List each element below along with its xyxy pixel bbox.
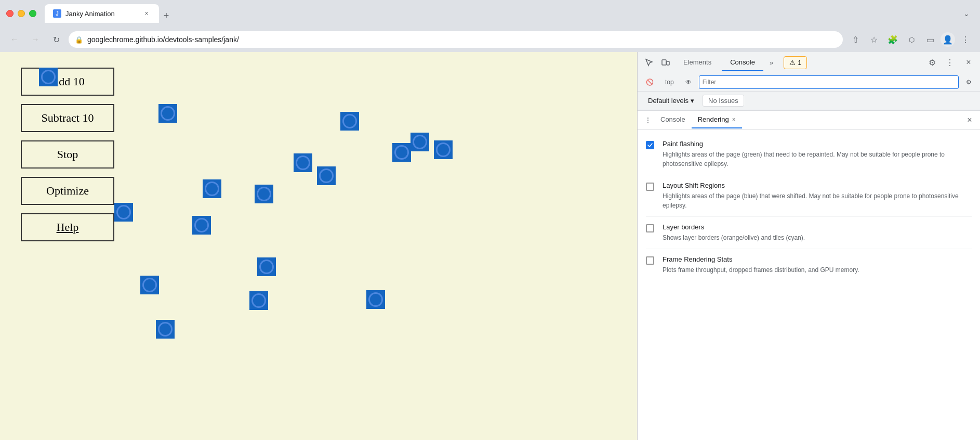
layout-shift-desc: Highlights areas of the page (blue) that… [663,191,972,210]
levels-label: Default levels [648,97,688,105]
devtools-warning-badge[interactable]: ⚠ 1 [784,56,807,69]
address-text: googlechrome.github.io/devtools-samples/… [87,35,837,44]
blue-square [140,276,159,294]
blue-square [114,203,133,222]
layer-borders-desc: Shows layer borders (orange/olive) and t… [663,233,972,242]
drawer-tab-console[interactable]: Console [654,111,692,128]
minimize-window-button[interactable] [18,10,25,17]
svg-rect-0 [662,60,666,65]
frame-rendering-checkbox[interactable] [646,256,654,265]
split-view-button[interactable]: ▭ [922,31,938,48]
console-clear-button[interactable]: 🚫 [642,77,658,87]
maximize-window-button[interactable] [29,10,36,17]
blue-square [156,320,175,339]
devtools-settings-button[interactable]: ⚙ [925,55,939,70]
drawer-tab-rendering[interactable]: Rendering × [692,111,742,128]
blue-square [192,216,211,235]
drawer-more-button[interactable]: ⋮ [642,114,654,126]
bookmark-button[interactable]: ☆ [866,31,882,48]
devtools-top-bar: Elements Console » ⚠ 1 ⚙ ⋮ × [638,52,980,73]
address-bar[interactable]: 🔒 googlechrome.github.io/devtools-sample… [69,31,843,48]
cast-button[interactable]: ⬡ [903,31,920,48]
reload-button[interactable]: ↻ [48,31,64,48]
blue-square [434,140,453,159]
blue-square [39,68,58,86]
default-levels-button[interactable]: Default levels ▾ [644,95,698,107]
back-button[interactable]: ← [6,31,23,48]
blue-square [410,133,429,151]
layer-borders-checkbox[interactable] [646,224,654,232]
rendering-tab-label: Rendering [698,115,729,123]
devtools-tab-console[interactable]: Console [722,54,763,71]
inspect-element-button[interactable] [642,55,656,70]
console-filter-input[interactable] [703,79,955,86]
forward-button[interactable]: → [27,31,44,48]
nav-actions: ⇧ ☆ 🧩 ⬡ ▭ 👤 ⋮ [847,31,974,48]
paint-flashing-desc: Highlights areas of the page (green) tha… [663,150,972,169]
paint-flashing-option: Paint flashing Highlights areas of the p… [638,134,980,175]
navigation-bar: ← → ↻ 🔒 googlechrome.github.io/devtools-… [0,27,980,52]
window-controls: ⌄ [959,7,974,20]
blue-square [294,153,312,172]
blue-square [249,291,268,310]
layout-shift-checkbox[interactable] [646,183,654,191]
blue-square [340,112,359,131]
window-dropdown-button[interactable]: ⌄ [959,7,974,20]
layer-borders-text: Layer borders Shows layer borders (orang… [663,223,972,242]
frame-rendering-title: Frame Rendering Stats [663,255,972,263]
warning-icon: ⚠ [789,59,796,67]
tab-close-button[interactable]: × [142,9,151,18]
no-issues-button[interactable]: No Issues [703,95,744,107]
devtools-tab-elements[interactable]: Elements [675,54,720,71]
title-bar: J Janky Animation × + ⌄ [0,0,980,27]
paint-flashing-title: Paint flashing [663,140,972,148]
profile-button[interactable]: 👤 [941,32,955,47]
blue-square [366,290,385,309]
chrome-menu-button[interactable]: ⋮ [957,31,974,48]
traffic-lights [6,10,36,17]
drawer-close-button[interactable]: × [963,114,976,126]
layout-shift-option: Layout Shift Regions Highlights areas of… [638,175,980,216]
console-filter-input-wrap [699,75,959,89]
new-tab-button[interactable]: + [159,8,174,23]
blue-square [392,143,411,162]
console-options-button[interactable]: ⚙ [962,77,976,87]
drawer-tabs: ⋮ Console Rendering × × [638,111,980,130]
rendering-panel: Paint flashing Highlights areas of the p… [638,130,980,440]
devtools-header: Elements Console » ⚠ 1 ⚙ ⋮ × 🚫 [638,52,980,111]
svg-rect-1 [667,61,669,65]
tab-title: Janky Animation [65,10,138,18]
blue-square [158,104,177,123]
share-button[interactable]: ⇧ [847,31,864,48]
blue-square [257,257,276,276]
tab-favicon: J [53,9,61,18]
main-area: Add 10 Subtract 10 Stop Optimize Help [0,52,980,440]
rendering-tab-close[interactable]: × [732,116,736,123]
layer-borders-option: Layer borders Shows layer borders (orang… [638,217,980,249]
devtools-panel: Elements Console » ⚠ 1 ⚙ ⋮ × 🚫 [637,52,980,440]
lock-icon: 🔒 [75,36,83,44]
paint-flashing-checkbox[interactable] [646,141,654,149]
devtools-close-button[interactable]: × [961,55,976,70]
page-content: Add 10 Subtract 10 Stop Optimize Help [0,52,637,440]
tabs-area: J Janky Animation × + [45,4,955,23]
blue-square [255,185,273,203]
close-window-button[interactable] [6,10,14,17]
devtools-more-tabs-button[interactable]: » [765,55,777,71]
device-toolbar-button[interactable] [658,55,673,70]
paint-flashing-text: Paint flashing Highlights areas of the p… [663,140,972,169]
squares-container [0,52,637,440]
devtools-menu-button[interactable]: ⋮ [943,55,957,70]
console-levels-row: Default levels ▾ No Issues [638,92,980,110]
frame-rendering-text: Frame Rendering Stats Plots frame throug… [663,255,972,275]
frame-rendering-desc: Plots frame throughput, dropped frames d… [663,265,972,275]
extensions-button[interactable]: 🧩 [884,31,901,48]
browser-window: J Janky Animation × + ⌄ ← → ↻ 🔒 googlech… [0,0,980,440]
layout-shift-title: Layout Shift Regions [663,182,972,189]
blue-square [203,179,221,198]
blue-square [317,166,336,185]
console-top-context[interactable]: top [661,77,678,87]
console-eye-button[interactable]: 👁 [681,77,696,87]
active-tab[interactable]: J Janky Animation × [45,4,159,23]
frame-rendering-option: Frame Rendering Stats Plots frame throug… [638,249,980,281]
